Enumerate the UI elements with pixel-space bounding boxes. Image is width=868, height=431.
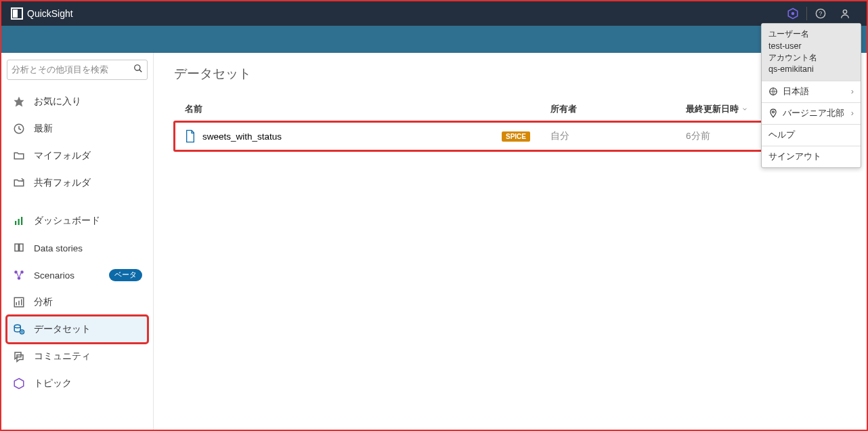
shared-folder-icon [12,176,26,190]
book-icon [12,241,26,255]
sidebar-item-my-folder[interactable]: マイフォルダ [7,142,148,169]
sidebar-item-label: 分析 [34,296,53,308]
sidebar-item-dashboards[interactable]: ダッシュボード [7,207,148,234]
page-title: データセット [174,65,846,83]
user-menu: ユーザー名 test-user アカウント名 qs-emikitani 日本語 … [761,23,861,168]
file-icon [185,129,196,143]
sidebar-item-data-stories[interactable]: Data stories [7,234,148,262]
sidebar-item-shared-folder[interactable]: 共有フォルダ [7,169,148,197]
main: データセット 名前 所有者 最終更新日時 sweets_with_status … [154,53,867,430]
svg-rect-11 [21,217,22,225]
svg-point-14 [18,276,21,280]
svg-marker-7 [14,97,24,107]
topic-icon [12,377,26,390]
menu-item-label: ヘルプ [768,129,795,141]
quicksight-icon [11,7,23,20]
svg-rect-10 [18,219,20,225]
sidebar-item-label: マイフォルダ [34,150,91,162]
topbar: QuickSight ? [1,1,867,26]
menu-item-label: バージニア北部 [783,108,844,119]
location-icon [768,108,778,118]
help-icon: ? [815,8,826,19]
table-row[interactable]: sweets_with_status SPICE 自分 6分前 [174,121,846,151]
table-header: 名前 所有者 最終更新日時 [174,98,846,121]
menu-item-label: サインアウト [768,151,821,163]
svg-point-5 [135,65,140,70]
svg-point-23 [773,111,775,113]
menu-item-help[interactable]: ヘルプ [762,124,861,146]
sidebar-item-analyses[interactable]: 分析 [7,289,148,316]
community-icon-button[interactable] [781,1,805,26]
beta-badge: ベータ [109,269,142,281]
hexagon-icon [787,7,799,20]
subheader [1,26,867,53]
sort-desc-icon [741,106,748,112]
user-label: ユーザー名 [768,28,854,40]
clock-icon [12,122,26,136]
scenarios-icon [12,268,26,282]
svg-point-4 [843,10,846,14]
account-value: qs-emikitani [768,63,854,75]
menu-item-signout[interactable]: サインアウト [762,146,861,167]
sidebar-item-label: Scenarios [34,270,74,281]
globe-icon [768,87,778,96]
chevron-right-icon: › [851,108,854,118]
svg-marker-21 [14,379,24,389]
spice-tag: SPICE [502,131,530,142]
account-label: アカウント名 [768,52,854,64]
svg-text:?: ? [819,10,823,17]
search-input[interactable] [12,65,133,75]
col-header-owner[interactable]: 所有者 [550,103,686,115]
dataset-name: sweets_with_status [202,131,282,142]
folder-icon [12,149,26,163]
search-icon[interactable] [133,64,143,76]
sidebar-item-topics[interactable]: トピック [7,370,148,397]
user-icon [840,8,850,19]
sidebar-item-label: お気に入り [34,96,81,108]
svg-point-1 [791,12,795,16]
datasets-table: 名前 所有者 最終更新日時 sweets_with_status SPICE 自… [174,98,846,151]
user-button[interactable] [833,1,857,26]
sidebar-item-label: 共有フォルダ [34,177,91,189]
user-value: test-user [768,40,854,52]
svg-rect-9 [15,221,16,225]
topbar-actions: ? [781,1,857,26]
star-icon [12,95,26,108]
sidebar-item-label: データセット [34,323,91,335]
app-logo[interactable]: QuickSight [11,7,73,20]
sidebar: お気に入り 最新 マイフォルダ 共有フォルダ ダッシュボード Data stor… [1,53,154,430]
svg-rect-17 [18,301,20,306]
dataset-icon [12,323,26,336]
sidebar-item-label: トピック [34,377,72,390]
svg-line-6 [139,70,142,73]
sidebar-item-recent[interactable]: 最新 [7,115,148,142]
sidebar-item-label: 最新 [34,123,53,135]
search-box[interactable] [7,60,148,80]
sidebar-item-datasets[interactable]: データセット [7,316,148,343]
topbar-divider [806,7,807,20]
sidebar-item-label: コミュニティ [34,350,91,363]
help-button[interactable]: ? [808,1,833,26]
menu-item-region[interactable]: バージニア北部 › [762,102,861,124]
community-icon [12,350,26,363]
sidebar-item-community[interactable]: コミュニティ [7,343,148,370]
svg-point-19 [14,325,20,328]
chevron-right-icon: › [851,87,854,96]
menu-item-language[interactable]: 日本語 › [762,81,861,102]
svg-rect-18 [21,300,22,306]
user-menu-header: ユーザー名 test-user アカウント名 qs-emikitani [762,24,861,81]
sidebar-item-label: ダッシュボード [34,215,100,227]
menu-item-label: 日本語 [783,86,809,98]
sidebar-item-label: Data stories [34,243,83,253]
sidebar-item-favorites[interactable]: お気に入り [7,88,148,115]
sidebar-item-scenarios[interactable]: Scenarios ベータ [7,262,148,289]
dataset-owner: 自分 [550,130,686,142]
app-name: QuickSight [27,8,73,19]
col-header-name[interactable]: 名前 [185,103,550,115]
svg-rect-16 [16,302,18,306]
analysis-icon [12,295,26,309]
chart-icon [12,214,26,228]
